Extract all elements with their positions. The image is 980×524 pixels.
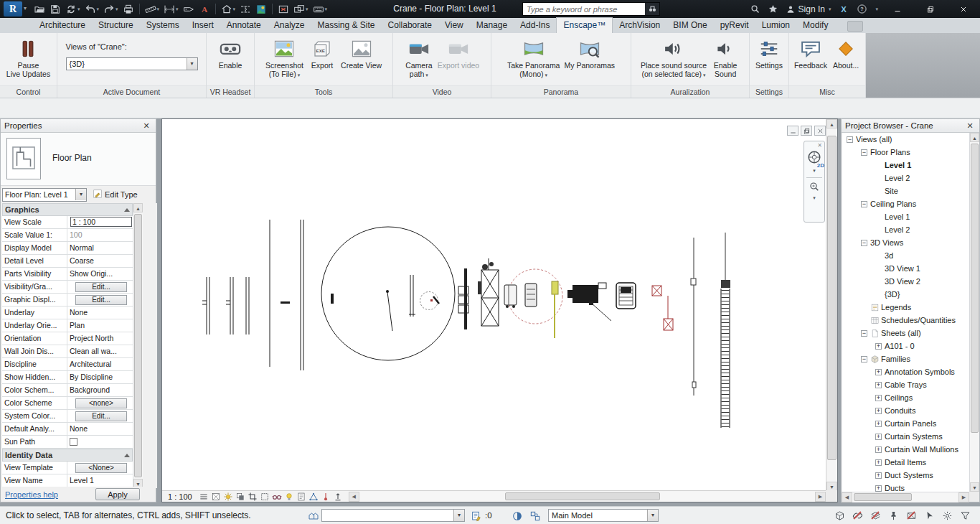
tree-item-3d-view-1[interactable]: 3D View 1 (842, 262, 969, 275)
zoom-caret-icon[interactable]: ▾ (813, 195, 816, 201)
search-input[interactable] (523, 3, 645, 15)
tab-analyze[interactable]: Analyze (268, 18, 311, 33)
expand-box-icon[interactable]: + (875, 369, 882, 375)
tab-view[interactable]: View (438, 18, 470, 33)
tab-insert[interactable]: Insert (186, 18, 220, 33)
close-button[interactable] (947, 0, 980, 18)
property-value[interactable]: Level 1 (67, 474, 133, 487)
displaced-elements-icon[interactable] (332, 491, 344, 502)
view-minimize-button[interactable] (787, 126, 798, 136)
shadows-icon[interactable] (235, 491, 247, 502)
chevron-down-icon[interactable]: ▾ (647, 510, 658, 521)
tab-structure[interactable]: Structure (92, 18, 140, 33)
tree-item-ceilings[interactable]: +Ceilings (842, 391, 969, 404)
chevron-down-icon[interactable]: ▾ (187, 58, 197, 70)
property-value[interactable]: Project North (67, 332, 133, 345)
edit-type-button[interactable]: Edit Type (93, 189, 138, 200)
tree-item-views-all[interactable]: −Views (all) (842, 133, 969, 146)
help-icon[interactable]: ? (857, 4, 867, 14)
ribbon-button-settings[interactable]: Settings (753, 35, 785, 72)
print-icon[interactable] (121, 1, 136, 17)
expand-box-icon[interactable]: + (875, 434, 882, 440)
tree-item-duct-systems[interactable]: +Duct Systems (842, 469, 969, 482)
ribbon-button-my-panoramas[interactable]: My Panoramas (562, 35, 616, 72)
select-pinned-icon[interactable] (887, 510, 900, 522)
collapse-box-icon[interactable]: − (861, 356, 867, 362)
undo-icon[interactable]: ▾ (83, 1, 101, 17)
type-image-button[interactable] (6, 138, 41, 179)
ribbon-button-about[interactable]: About... (830, 35, 862, 72)
tab-manage[interactable]: Manage (470, 18, 514, 33)
tree-item-3d[interactable]: 3d (842, 249, 969, 262)
tree-item-annotation-symbols[interactable]: +Annotation Symbols (842, 365, 969, 378)
tree-item-floor-plans[interactable]: −Floor Plans (842, 146, 969, 159)
tree-item-curtain-systems[interactable]: +Curtain Systems (842, 430, 969, 443)
properties-help-link[interactable]: Properties help (5, 490, 58, 499)
property-value[interactable]: Architectural (67, 358, 133, 370)
property-value[interactable]: By Discipline (67, 371, 133, 383)
ribbon-button-create-view[interactable]: Create View (339, 35, 383, 72)
favorites-star-icon[interactable] (768, 4, 778, 14)
collapse-box-icon[interactable]: − (861, 201, 867, 207)
scroll-left-button[interactable]: ◀ (349, 492, 359, 502)
tree-item-conduits[interactable]: +Conduits (842, 404, 969, 417)
save-icon[interactable] (48, 1, 62, 17)
scroll-thumb[interactable] (854, 493, 912, 501)
property-value[interactable] (67, 436, 133, 448)
ribbon-options-icon[interactable] (847, 21, 863, 32)
temporary-view-icon[interactable] (296, 491, 308, 502)
chevron-down-icon[interactable]: ▾ (75, 189, 86, 200)
apply-button[interactable]: Apply (95, 488, 140, 500)
ribbon-button-enable-sound[interactable]: EnableSound (710, 35, 741, 80)
tree-item-a101-0[interactable]: +A101 - 0 (842, 340, 969, 352)
text-icon[interactable]: A (197, 1, 212, 17)
scroll-thumb[interactable] (505, 492, 660, 500)
tree-item-sheets-all[interactable]: −Sheets (all) (842, 327, 969, 340)
ribbon-button-screenshot-to-file[interactable]: Screenshot(To File) ▾ (264, 35, 305, 80)
tab-lumion[interactable]: Lumion (755, 18, 796, 33)
property-value[interactable]: Clean all wa... (67, 345, 133, 357)
render-icon[interactable] (254, 1, 268, 17)
tree-item-cable-trays[interactable]: +Cable Trays (842, 378, 969, 391)
tab-massing-site[interactable]: Massing & Site (311, 18, 382, 33)
workset-dropdown[interactable]: ▾ (321, 509, 465, 522)
scroll-thumb[interactable] (134, 214, 142, 477)
tree-item-legends[interactable]: Legends (842, 301, 969, 314)
property-value[interactable]: Edit... (67, 294, 133, 306)
close-windows-icon[interactable] (276, 1, 291, 17)
worksets-icon[interactable] (307, 510, 319, 522)
tab-collaborate[interactable]: Collaborate (382, 18, 438, 33)
ribbon-button-pause-live-updates[interactable]: PauseLive Updates (5, 35, 52, 80)
show-crop-icon[interactable] (259, 491, 271, 502)
measure-icon[interactable]: ▾ (143, 1, 161, 17)
expand-box-icon[interactable]: + (875, 343, 882, 350)
group-header-identity-data[interactable]: Identity Data (2, 449, 133, 462)
group-header-graphics[interactable]: Graphics (2, 203, 133, 216)
tree-item-curtain-panels[interactable]: +Curtain Panels (842, 417, 969, 430)
expand-box-icon[interactable]: + (875, 382, 882, 388)
type-selector-dropdown[interactable]: Floor Plan: Level 1 ▾ (2, 188, 87, 202)
expand-box-icon[interactable]: + (875, 446, 882, 453)
steering-wheel-button[interactable]: 2D (806, 149, 822, 167)
tab-modify[interactable]: Modify (796, 18, 834, 33)
ribbon-button-place-sound-source-on-selected-face[interactable]: Place sound source(on selected face) ▾ (639, 35, 708, 80)
tree-item-curtain-wall-mullions[interactable]: +Curtain Wall Mullions (842, 443, 969, 456)
hide-isolate-icon[interactable] (271, 491, 283, 502)
ribbon-button-feedback[interactable]: Feedback (793, 35, 829, 72)
scroll-up-button[interactable]: ▲ (970, 133, 979, 142)
tree-item-3d-view-2[interactable]: 3D View 2 (842, 275, 969, 288)
close-icon[interactable]: ✕ (141, 121, 152, 131)
sun-path-icon[interactable] (222, 491, 235, 502)
property-value[interactable]: Show Origi... (67, 268, 133, 280)
scroll-up-button[interactable]: ▲ (133, 203, 143, 212)
ribbon-button-camera-path[interactable]: Camerapath ▾ (403, 35, 435, 80)
close-icon[interactable]: ✕ (964, 121, 976, 131)
scroll-thumb[interactable] (971, 144, 979, 433)
worksharing-display-icon[interactable] (511, 510, 523, 522)
tree-item-3d[interactable]: {3D} (842, 288, 969, 301)
editing-requests-icon[interactable] (470, 510, 482, 522)
switch-windows-icon[interactable]: ▾ (292, 1, 310, 17)
property-value[interactable]: Normal (67, 242, 133, 254)
tree-item-families[interactable]: −Families (842, 352, 969, 365)
minimize-button[interactable] (881, 0, 914, 18)
